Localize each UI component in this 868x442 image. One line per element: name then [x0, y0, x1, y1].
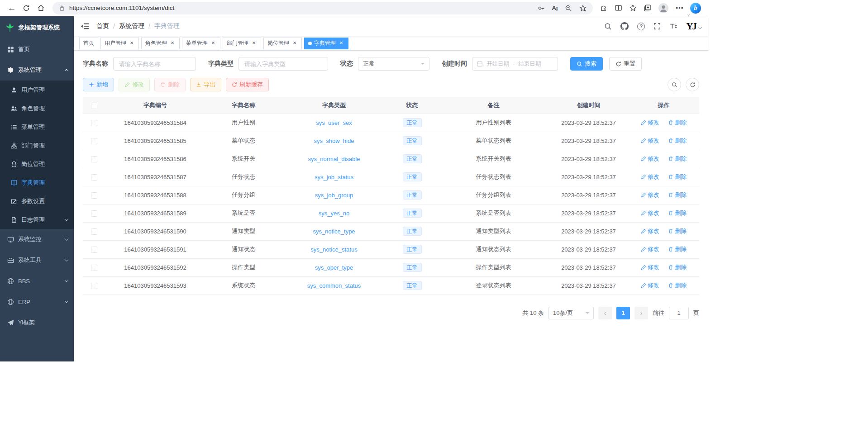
edit-button[interactable]: 修改: [119, 78, 150, 91]
close-icon[interactable]: [338, 40, 344, 47]
close-icon[interactable]: [210, 40, 216, 47]
close-icon[interactable]: [291, 40, 298, 47]
row-delete-button[interactable]: 删除: [668, 119, 687, 127]
zoom-out-icon[interactable]: [565, 5, 572, 12]
row-checkbox[interactable]: [91, 174, 97, 181]
sidebar-item-monitor[interactable]: 系统监控: [0, 229, 74, 250]
sidebar-item-post-mgmt[interactable]: 岗位管理: [0, 155, 74, 173]
breadcrumb-item-home[interactable]: 首页: [96, 22, 109, 30]
dict-type-link[interactable]: sys_show_hide: [314, 138, 354, 144]
extensions-icon[interactable]: [600, 4, 608, 12]
row-edit-button[interactable]: 修改: [641, 155, 659, 163]
sidebar-item-menu-mgmt[interactable]: 菜单管理: [0, 118, 74, 136]
next-page-button[interactable]: ›: [634, 307, 648, 319]
sidebar-item-home[interactable]: 首页: [0, 39, 74, 60]
back-button[interactable]: [5, 1, 19, 15]
dict-type-link[interactable]: sys_job_group: [315, 192, 353, 199]
read-aloud-icon[interactable]: A)): [552, 5, 558, 11]
current-page-button[interactable]: 1: [616, 307, 630, 319]
tab-post-mgmt[interactable]: 岗位管理: [263, 38, 302, 49]
dict-type-link[interactable]: sys_oper_type: [315, 264, 353, 271]
dict-type-link[interactable]: sys_user_sex: [316, 119, 352, 126]
breadcrumb-item-system[interactable]: 系统管理: [119, 22, 144, 30]
sidebar-item-erp[interactable]: ERP: [0, 291, 74, 312]
row-edit-button[interactable]: 修改: [641, 191, 659, 199]
refresh-button[interactable]: [19, 1, 33, 15]
address-bar[interactable]: https://ccnetcore.com:1101/system/dict A…: [52, 2, 593, 14]
row-delete-button[interactable]: 删除: [668, 263, 687, 271]
select-all-checkbox[interactable]: [91, 103, 97, 109]
row-delete-button[interactable]: 删除: [668, 227, 687, 235]
export-button[interactable]: 导出: [190, 78, 221, 91]
row-edit-button[interactable]: 修改: [641, 137, 659, 145]
sidebar-item-dept-mgmt[interactable]: 部门管理: [0, 136, 74, 155]
dict-type-link[interactable]: sys_notice_status: [310, 246, 357, 253]
tab-role-mgmt[interactable]: 角色管理: [141, 38, 180, 49]
page-size-select[interactable]: 10条/页: [548, 307, 594, 319]
tab-dept-mgmt[interactable]: 部门管理: [223, 38, 261, 49]
row-checkbox[interactable]: [91, 120, 97, 126]
row-edit-button[interactable]: 修改: [641, 263, 659, 271]
sidebar-item-yi-framework[interactable]: Yi框架: [0, 312, 74, 333]
reset-button[interactable]: 重置: [609, 57, 642, 71]
app-logo[interactable]: 意框架管理系统: [0, 16, 74, 39]
dict-type-link[interactable]: sys_common_status: [307, 282, 361, 289]
sidebar-item-role-mgmt[interactable]: 角色管理: [0, 99, 74, 118]
row-checkbox[interactable]: [91, 283, 97, 289]
tab-home[interactable]: 首页: [79, 38, 98, 49]
row-delete-button[interactable]: 删除: [668, 281, 687, 290]
row-delete-button[interactable]: 删除: [668, 245, 687, 253]
row-checkbox[interactable]: [91, 247, 97, 253]
bing-chat-icon[interactable]: b: [690, 3, 701, 14]
search-icon[interactable]: [604, 23, 612, 30]
help-icon[interactable]: [637, 23, 645, 30]
profile-avatar[interactable]: [658, 3, 669, 14]
collections-icon[interactable]: [644, 4, 651, 12]
more-menu-icon[interactable]: [676, 3, 683, 13]
row-edit-button[interactable]: 修改: [641, 119, 659, 127]
dict-type-link[interactable]: sys_normal_disable: [308, 156, 360, 162]
goto-page-input[interactable]: [669, 307, 689, 319]
row-edit-button[interactable]: 修改: [641, 245, 659, 253]
github-icon[interactable]: [620, 22, 629, 30]
split-screen-icon[interactable]: [615, 4, 622, 12]
row-checkbox[interactable]: [91, 228, 97, 235]
row-delete-button[interactable]: 删除: [668, 173, 687, 181]
row-edit-button[interactable]: 修改: [641, 227, 659, 235]
tab-user-mgmt[interactable]: 用户管理: [100, 38, 139, 49]
row-checkbox[interactable]: [91, 192, 97, 199]
fullscreen-icon[interactable]: [653, 23, 661, 30]
delete-button[interactable]: 删除: [154, 78, 186, 91]
sidebar-item-log-mgmt[interactable]: 日志管理: [0, 210, 74, 229]
collapse-sidebar-icon[interactable]: [81, 23, 89, 30]
sidebar-item-user-mgmt[interactable]: 用户管理: [0, 81, 74, 99]
sidebar-item-dict-mgmt[interactable]: 字典管理: [0, 173, 74, 192]
dict-type-link[interactable]: sys_notice_type: [313, 228, 355, 235]
close-icon[interactable]: [129, 40, 135, 47]
row-delete-button[interactable]: 删除: [668, 137, 687, 145]
date-range-picker[interactable]: 开始日期 - 结束日期: [472, 57, 558, 71]
row-checkbox[interactable]: [91, 210, 97, 217]
close-icon[interactable]: [169, 40, 176, 47]
sidebar-item-tools[interactable]: 系统工具: [0, 250, 74, 271]
user-menu[interactable]: YJ: [686, 21, 701, 32]
home-button[interactable]: [33, 1, 48, 15]
row-checkbox[interactable]: [91, 265, 97, 271]
row-edit-button[interactable]: 修改: [641, 281, 659, 290]
refresh-cache-button[interactable]: 刷新缓存: [226, 78, 269, 91]
dict-type-link[interactable]: sys_yes_no: [319, 210, 350, 217]
dict-type-link[interactable]: sys_job_status: [315, 174, 353, 181]
row-checkbox[interactable]: [91, 156, 97, 162]
row-edit-button[interactable]: 修改: [641, 173, 659, 181]
row-checkbox[interactable]: [91, 138, 97, 144]
status-select[interactable]: 正常: [358, 57, 429, 71]
prev-page-button[interactable]: ‹: [598, 307, 612, 319]
font-size-icon[interactable]: [669, 23, 677, 30]
show-search-toggle-button[interactable]: [668, 78, 681, 91]
tab-menu-mgmt[interactable]: 菜单管理: [182, 38, 220, 49]
sidebar-item-system[interactable]: 系统管理: [0, 60, 74, 81]
search-button[interactable]: 搜索: [570, 57, 603, 71]
lock-icon[interactable]: [59, 5, 65, 11]
tab-dict-mgmt[interactable]: 字典管理: [304, 38, 348, 49]
close-icon[interactable]: [251, 40, 257, 47]
